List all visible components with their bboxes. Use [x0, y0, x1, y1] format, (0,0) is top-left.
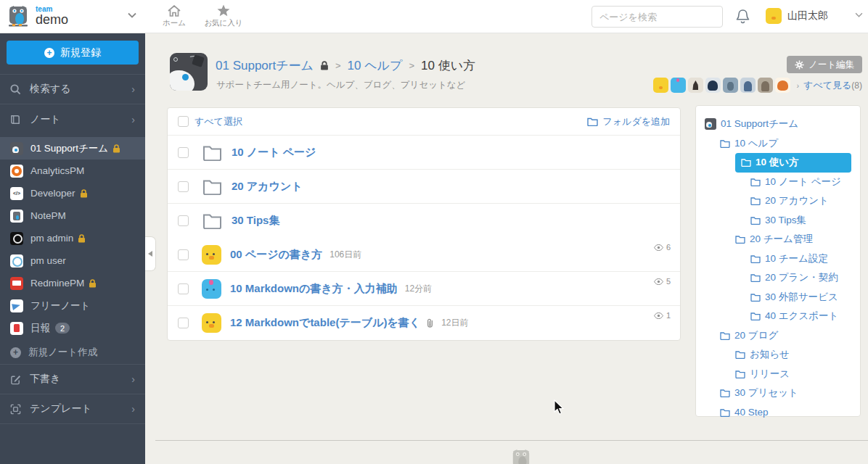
sidebar-item-search[interactable]: 検索する ›: [0, 75, 145, 104]
tree-item[interactable]: 20 アカウント: [750, 191, 851, 211]
tree-item[interactable]: 40 Step: [720, 403, 851, 423]
row-checkbox[interactable]: [178, 249, 189, 260]
page-row[interactable]: 10 Markdownの書き方・入力補助 12分前 5: [168, 272, 680, 306]
member-avatars: [653, 78, 790, 93]
left-sidebar: + 新規登録 検索する › ノート › 01 Supportチーム Analyt…: [0, 33, 145, 464]
tree-item[interactable]: 10 ヘルプ: [720, 134, 851, 154]
folder-icon: [202, 212, 222, 229]
sidebar-note-item[interactable]: pm admin: [0, 227, 145, 249]
select-all-label[interactable]: すべて選択: [195, 115, 242, 128]
member-avatar[interactable]: [775, 78, 790, 93]
folder-row[interactable]: 30 Tips集: [168, 204, 680, 238]
tree-item[interactable]: 40 エクスポート: [750, 307, 851, 326]
page-row[interactable]: 00 ページの書き方 106日前 6: [168, 238, 680, 272]
tree-item[interactable]: 30 Tips集: [750, 211, 851, 231]
sidebar-note-item[interactable]: pm user: [0, 249, 145, 272]
folder-row[interactable]: 20 アカウント: [168, 170, 680, 204]
row-checkbox[interactable]: [178, 283, 189, 294]
tree-item[interactable]: 10 使い方: [735, 153, 851, 173]
member-avatar[interactable]: [740, 78, 756, 93]
folder-icon: [735, 350, 745, 359]
notifications-bell-icon[interactable]: [736, 9, 750, 24]
member-avatar[interactable]: [758, 78, 773, 93]
edit-note-button[interactable]: ノート編集: [787, 56, 862, 73]
nav-home-label: ホーム: [163, 18, 186, 28]
page-title[interactable]: 00 ページの書き方: [230, 248, 322, 262]
sidebar-collapse-handle[interactable]: [145, 236, 156, 271]
note-icon: [10, 254, 23, 268]
add-folder-link[interactable]: フォルダを追加: [587, 115, 670, 128]
sidebar-note-label: 日報: [30, 322, 50, 335]
sidebar-item-templates[interactable]: テンプレート ›: [0, 394, 145, 424]
chevron-right-icon: ›: [131, 403, 135, 415]
member-avatar[interactable]: [723, 78, 738, 93]
breadcrumb-folder-link[interactable]: 10 ヘルプ: [348, 57, 403, 74]
member-avatar[interactable]: [705, 78, 721, 93]
tree-item[interactable]: 10 ノート ページ: [750, 173, 851, 192]
chevron-down-icon[interactable]: [855, 12, 863, 17]
row-checkbox[interactable]: [178, 318, 189, 328]
member-avatar[interactable]: [671, 78, 686, 93]
breadcrumb-separator: >: [409, 60, 414, 71]
row-checkbox[interactable]: [178, 215, 189, 226]
tree-item[interactable]: 20 ブログ: [720, 326, 851, 346]
folder-icon: [750, 178, 761, 186]
tree-item[interactable]: 01 Supportチーム: [705, 115, 851, 134]
tree-item[interactable]: 20 プラン・契約: [750, 268, 851, 288]
nav-favorites[interactable]: お気に入り: [199, 0, 248, 33]
search-input[interactable]: [599, 12, 727, 22]
sidebar-note-item[interactable]: 01 Supportチーム: [0, 137, 145, 160]
author-avatar: [202, 245, 221, 265]
folder-title[interactable]: 20 アカウント: [232, 180, 303, 194]
see-all-members-link[interactable]: すべて見る(8): [803, 79, 862, 92]
select-all-checkbox[interactable]: [178, 116, 189, 127]
chevron-right-icon: ›: [131, 83, 135, 95]
notepm-owl-logo: [7, 5, 29, 28]
user-name: 山田太郎: [787, 9, 828, 22]
folder-icon: [202, 144, 222, 161]
member-avatar[interactable]: [688, 78, 703, 93]
tree-item[interactable]: 20 チーム管理: [735, 230, 851, 249]
row-checkbox[interactable]: [178, 181, 189, 192]
sidebar-item-drafts[interactable]: 下書き ›: [0, 365, 145, 394]
new-page-button[interactable]: + 新規登録: [7, 41, 139, 65]
folder-row[interactable]: 10 ノート ページ: [168, 136, 680, 170]
breadcrumb-note-link[interactable]: 01 Supportチーム: [216, 57, 314, 74]
sidebar-item-notes[interactable]: ノート ›: [0, 104, 145, 134]
nav-home[interactable]: ホーム: [150, 0, 199, 33]
sidebar-note-item[interactable]: Developer: [0, 182, 145, 204]
sidebar-notes-label: ノート: [30, 113, 61, 126]
page-rows: 00 ページの書き方 106日前 6 10 Markdownの書き方・入力補助 …: [168, 238, 680, 340]
sidebar-note-item[interactable]: AnalyticsPM: [0, 160, 145, 182]
sidebar-note-item[interactable]: フリーノート: [0, 294, 145, 317]
plus-icon: +: [44, 48, 54, 58]
sidebar-note-item[interactable]: 日報 2: [0, 317, 145, 339]
chevron-right-icon: ›: [131, 373, 135, 385]
tree-item[interactable]: お知らせ: [735, 345, 851, 365]
new-page-button-label: 新規登録: [60, 46, 101, 59]
tree-item-label: お知らせ: [750, 348, 790, 361]
sidebar-note-item[interactable]: NotePM: [0, 204, 145, 227]
row-checkbox[interactable]: [178, 147, 189, 158]
note-icon: [10, 165, 23, 178]
team-switcher[interactable]: team demo: [0, 0, 145, 33]
lock-icon: [112, 144, 120, 153]
tree-item[interactable]: 30 プリセット: [720, 384, 851, 403]
note-icon: [10, 210, 23, 223]
member-avatar[interactable]: [653, 78, 668, 93]
page-row[interactable]: 12 Markdownでtable(テーブル)を書く 12日前 1: [168, 306, 680, 340]
page-title[interactable]: 12 Markdownでtable(テーブル)を書く: [230, 316, 420, 330]
tree-item[interactable]: リリース: [735, 365, 851, 384]
folder-title[interactable]: 30 Tips集: [232, 214, 279, 228]
tree-item[interactable]: 30 外部サービス: [750, 288, 851, 307]
star-icon: [217, 4, 230, 17]
sidebar-note-item[interactable]: RedminePM: [0, 272, 145, 294]
user-menu[interactable]: 山田太郎: [766, 8, 828, 24]
folder-tree-panel: 01 Supportチーム 10 ヘルプ 10 使い方 10 ノート ページ: [695, 105, 861, 417]
tree-item-label: 20 アカウント: [765, 194, 829, 207]
sidebar-new-note[interactable]: + 新規ノート作成: [0, 341, 145, 365]
page-title[interactable]: 10 Markdownの書き方・入力補助: [230, 282, 398, 296]
folder-title[interactable]: 10 ノート ページ: [232, 146, 316, 160]
note-cover-icon[interactable]: [170, 53, 208, 91]
tree-item[interactable]: 10 チーム設定: [750, 249, 851, 269]
